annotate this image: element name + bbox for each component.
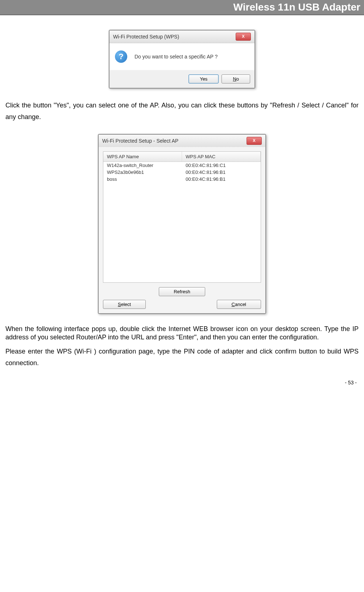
ap-name-cell: WPS2a3b0e96b1 <box>103 169 182 176</box>
dialog1-title: Wi-Fi Protected Setup (WPS) <box>113 34 179 40</box>
ap-row[interactable]: W142a-switch_Router 00:E0:4C:81:96:C1 <box>103 162 261 169</box>
dialog1-message: Do you want to select a specific AP ? <box>135 54 218 60</box>
yes-button[interactable]: Yes <box>189 74 219 83</box>
paragraph-2: When the following interface pops up, do… <box>5 325 359 342</box>
dialog2-wrapper: Wi-Fi Protected Setup - Select AP X WPS … <box>5 134 359 314</box>
ap-list[interactable]: WPS AP Name WPS AP MAC W142a-switch_Rout… <box>103 151 261 283</box>
dialog1-titlebar: Wi-Fi Protected Setup (WPS) X <box>109 30 255 43</box>
dialog2-mid-buttons: Refresh <box>103 287 261 296</box>
cancel-button[interactable]: Cancel <box>217 300 261 309</box>
paragraph-1: Click the button "Yes", you can select o… <box>5 99 359 123</box>
ap-name-cell: W142a-switch_Router <box>103 162 182 169</box>
refresh-button[interactable]: Refresh <box>159 287 205 296</box>
close-button[interactable]: X <box>236 33 251 41</box>
question-icon: ? <box>115 50 127 63</box>
wps-confirm-dialog: Wi-Fi Protected Setup (WPS) X ? Do you w… <box>109 30 255 89</box>
close-button[interactable]: X <box>247 137 262 145</box>
dialog2-body: WPS AP Name WPS AP MAC W142a-switch_Rout… <box>99 147 265 313</box>
dialog2-title: Wi-Fi Protected Setup - Select AP <box>102 138 178 144</box>
header-title: Wireless 11n USB Adapter <box>233 1 360 13</box>
wps-select-ap-dialog: Wi-Fi Protected Setup - Select AP X WPS … <box>98 134 266 314</box>
dialog1-body: ? Do you want to select a specific AP ? <box>109 43 255 70</box>
ap-name-cell: boss <box>103 176 182 183</box>
ap-row[interactable]: WPS2a3b0e96b1 00:E0:4C:81:96:B1 <box>103 169 261 176</box>
ap-row[interactable]: boss 00:E0:4C:81:96:B1 <box>103 176 261 183</box>
dialog1-button-row: Yes No <box>109 70 255 88</box>
ap-mac-cell: 00:E0:4C:81:96:B1 <box>182 176 261 183</box>
no-button[interactable]: No <box>222 74 250 83</box>
select-button[interactable]: Select <box>103 300 146 309</box>
ap-mac-cell: 00:E0:4C:81:96:C1 <box>182 162 261 169</box>
ap-mac-cell: 00:E0:4C:81:96:B1 <box>182 169 261 176</box>
page-number: - 53 - <box>0 376 364 389</box>
dialog2-bottom-buttons: Select Cancel <box>103 300 261 309</box>
col-mac-header[interactable]: WPS AP MAC <box>182 152 261 162</box>
paragraph-3: Please enter the WPS (Wi-Fi ) configurat… <box>5 346 359 369</box>
page-header: Wireless 11n USB Adapter <box>0 0 364 15</box>
dialog1-wrapper: Wi-Fi Protected Setup (WPS) X ? Do you w… <box>5 30 359 89</box>
col-name-header[interactable]: WPS AP Name <box>103 152 182 162</box>
dialog2-titlebar: Wi-Fi Protected Setup - Select AP X <box>99 135 265 147</box>
ap-list-header: WPS AP Name WPS AP MAC <box>103 152 261 162</box>
